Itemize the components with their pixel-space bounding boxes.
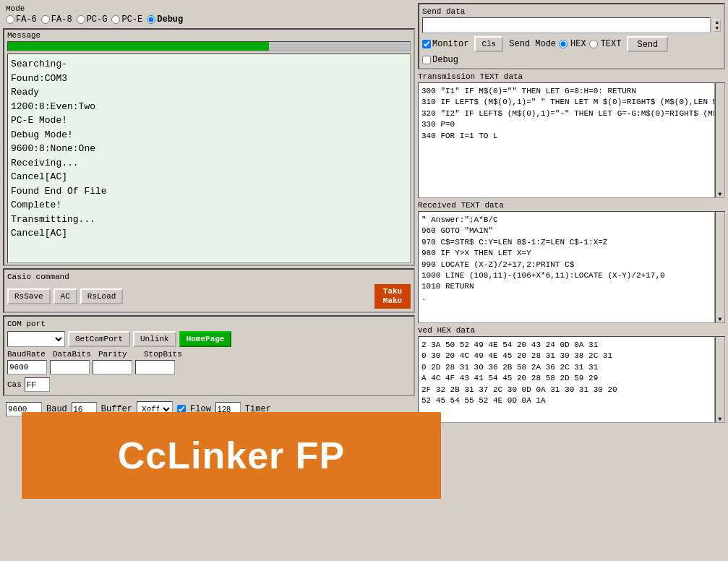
msg-line-11: Transmitting... bbox=[11, 213, 407, 227]
send-data-input-row: ▲ ▼ bbox=[422, 17, 721, 33]
progress-bar-fill bbox=[8, 42, 269, 51]
mode-pcg-radio[interactable] bbox=[77, 15, 85, 24]
msg-line-9: Found End Of File bbox=[11, 184, 407, 199]
msg-line-8: Cancel[AC] bbox=[11, 170, 407, 184]
casio-row: Cas bbox=[7, 377, 411, 392]
mode-options: FA-6 FA-8 PC-G PC-E Debug bbox=[6, 14, 412, 25]
parity-input[interactable] bbox=[93, 360, 132, 374]
stop-bits-header: StopBits bbox=[144, 350, 184, 359]
rssave-button[interactable]: RsSave bbox=[7, 288, 51, 304]
msg-line-2: Ready bbox=[11, 85, 407, 100]
casio-command-buttons: RsSave AC RsLoad TakuMako bbox=[7, 284, 411, 309]
msg-line-3: 1200:8:Even:Two bbox=[11, 100, 407, 114]
text-radio[interactable] bbox=[589, 40, 598, 48]
received-text-wrap: " Answer:";A*B/C 960 GOTO "MAIN" 970 C$=… bbox=[418, 211, 725, 323]
unlink-button[interactable]: Unlink bbox=[133, 331, 176, 347]
received-hex-area[interactable]: 2 3A 50 52 49 4E 54 20 43 24 0D 0A 31 0 … bbox=[418, 336, 715, 423]
received-hex-wrap: 2 3A 50 52 49 4E 54 20 43 24 0D 0A 31 0 … bbox=[418, 336, 725, 423]
casio-ff-input[interactable] bbox=[25, 377, 50, 392]
received-hex-section: ved HEX data 2 3A 50 52 49 4E 54 20 43 2… bbox=[418, 326, 725, 423]
mode-pce-group[interactable]: PC-E bbox=[111, 14, 142, 25]
received-scroll-down[interactable]: ▼ bbox=[716, 316, 724, 322]
hex-label: HEX bbox=[570, 39, 586, 49]
get-com-port-button[interactable]: GetComPort bbox=[68, 331, 130, 347]
mode-fa6-radio[interactable] bbox=[6, 15, 14, 24]
mode-fa8-radio[interactable] bbox=[41, 15, 50, 24]
baud-headers: BaudRate DataBits Parity StopBits bbox=[7, 350, 411, 359]
msg-line-12: Cancel[AC] bbox=[11, 226, 407, 241]
mode-pce-label: PC-E bbox=[121, 14, 142, 25]
casio-ff-label: Cas bbox=[7, 380, 22, 389]
received-text-area[interactable]: " Answer:";A*B/C 960 GOTO "MAIN" 970 C$=… bbox=[418, 211, 715, 323]
spin-up[interactable]: ▲ bbox=[714, 20, 720, 25]
send-data-section: Send data ▲ ▼ Monitor Cls Send Mode HEX bbox=[418, 3, 725, 69]
send-data-label: Send data bbox=[422, 7, 721, 16]
send-data-spinner[interactable]: ▲ ▼ bbox=[714, 19, 721, 33]
transmission-text-label: Transmission TEXT data bbox=[418, 72, 725, 81]
scroll-down-arrow[interactable]: ▼ bbox=[716, 191, 724, 197]
casio-command-section: Casio command RsSave AC RsLoad TakuMako bbox=[3, 268, 415, 313]
msg-line-4: PC-E Mode! bbox=[11, 114, 407, 128]
hex-scroll-down[interactable]: ▼ bbox=[716, 416, 724, 422]
monitor-checkbox[interactable] bbox=[422, 40, 431, 48]
baud-row-inputs bbox=[7, 360, 411, 374]
parity-header: Parity bbox=[98, 350, 138, 359]
mode-debug-radio[interactable] bbox=[147, 15, 155, 24]
msg-line-10: Complete! bbox=[11, 198, 407, 213]
monitor-group: Monitor bbox=[422, 39, 468, 49]
send-mode-group: Send Mode HEX TEXT bbox=[509, 39, 621, 49]
transmission-text-area[interactable]: 300 "I1" IF M$(0)="" THEN LET G=0:H=0: R… bbox=[418, 82, 715, 198]
home-page-button[interactable]: HomePage bbox=[179, 331, 232, 347]
ac-button[interactable]: AC bbox=[53, 288, 77, 304]
message-box[interactable]: Searching- Found:COM3 Ready 1200:8:Even:… bbox=[7, 53, 411, 263]
spin-down[interactable]: ▼ bbox=[714, 25, 720, 31]
casio-command-label: Casio command bbox=[7, 273, 411, 281]
hex-radio[interactable] bbox=[559, 40, 568, 48]
text-label: TEXT bbox=[601, 39, 622, 49]
msg-line-0: Searching- bbox=[11, 57, 407, 72]
received-text-label: Received TEXT data bbox=[418, 201, 725, 210]
mode-debug-group[interactable]: Debug bbox=[147, 14, 183, 25]
com-port-select[interactable] bbox=[7, 331, 65, 347]
data-bits-input[interactable] bbox=[50, 360, 90, 374]
debug-checkbox[interactable] bbox=[422, 56, 431, 64]
mode-fa8-label: FA-8 bbox=[51, 14, 72, 25]
msg-line-5: Debug Mode! bbox=[11, 128, 407, 142]
received-text-scrollbar[interactable]: ▼ bbox=[715, 211, 725, 323]
progress-bar-container bbox=[7, 41, 411, 51]
received-text-section: Received TEXT data " Answer:";A*B/C 960 … bbox=[418, 201, 725, 323]
mode-fa8-group[interactable]: FA-8 bbox=[41, 14, 72, 25]
message-label: Message bbox=[7, 31, 411, 40]
msg-line-7: Receiving... bbox=[11, 156, 407, 171]
baud-rate-header: BaudRate bbox=[7, 350, 47, 359]
orange-banner-text: CcLinker FP bbox=[118, 434, 345, 477]
mode-pcg-label: PC-G bbox=[87, 14, 108, 25]
debug-label: Debug bbox=[432, 55, 458, 65]
com-port-section: COM port GetComPort Unlink HomePage Baud… bbox=[3, 315, 415, 396]
monitor-debug-row: Monitor Cls Send Mode HEX TEXT Send bbox=[422, 36, 721, 52]
rsload-button[interactable]: RsLoad bbox=[80, 288, 124, 304]
monitor-label: Monitor bbox=[432, 39, 468, 49]
msg-line-6: 9600:8:None:One bbox=[11, 142, 407, 156]
hex-scrollbar[interactable]: ▼ bbox=[715, 336, 725, 423]
mode-pce-radio[interactable] bbox=[111, 15, 120, 24]
msg-line-1: Found:COM3 bbox=[11, 72, 407, 86]
message-section: Message Searching- Found:COM3 Ready 1200… bbox=[3, 28, 415, 266]
com-port-row: GetComPort Unlink HomePage bbox=[7, 331, 411, 347]
mode-fa6-group[interactable]: FA-6 bbox=[6, 14, 37, 25]
send-data-input[interactable] bbox=[422, 17, 711, 33]
mode-debug-label: Debug bbox=[157, 14, 183, 25]
taku-mako-box: TakuMako bbox=[374, 284, 411, 309]
cls-button[interactable]: Cls bbox=[474, 36, 503, 52]
stop-bits-input[interactable] bbox=[135, 360, 175, 374]
transmission-scrollbar[interactable]: ▼ bbox=[715, 82, 725, 198]
debug-group: Debug bbox=[422, 55, 721, 65]
received-hex-label: ved HEX data bbox=[418, 326, 725, 335]
send-button[interactable]: Send bbox=[627, 36, 668, 52]
mode-label: Mode bbox=[6, 4, 412, 13]
mode-section: Mode FA-6 FA-8 PC-G PC-E bbox=[3, 3, 415, 26]
send-mode-label: Send Mode bbox=[509, 39, 556, 49]
baud-rate-input[interactable] bbox=[7, 360, 47, 374]
mode-pcg-group[interactable]: PC-G bbox=[77, 14, 108, 25]
orange-banner: CcLinker FP bbox=[22, 412, 441, 499]
